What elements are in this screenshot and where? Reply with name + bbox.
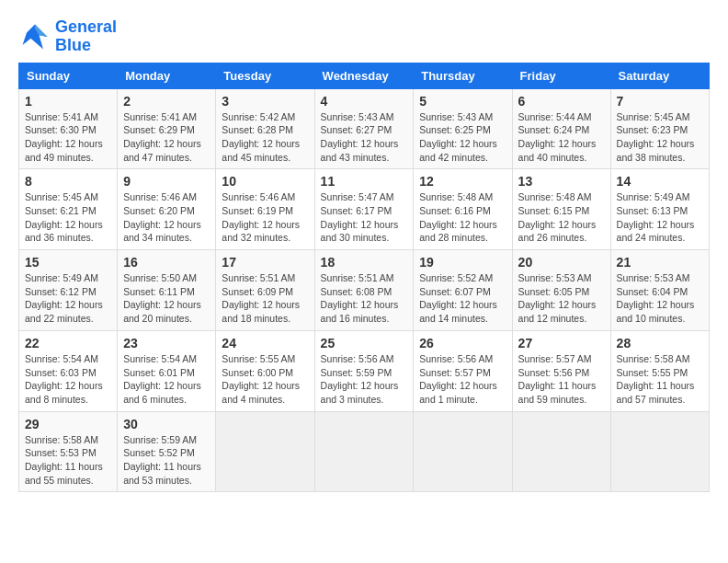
- daylight-text: Daylight: 12 hours and 18 minutes.: [222, 299, 300, 324]
- sunrise-text: Sunrise: 5:52 AM: [419, 272, 493, 283]
- daylight-text: Daylight: 12 hours and 1 minute.: [419, 380, 497, 405]
- day-info: Sunrise: 5:46 AM Sunset: 6:20 PM Dayligh…: [123, 190, 210, 245]
- daylight-text: Daylight: 12 hours and 26 minutes.: [518, 219, 597, 244]
- calendar-header-tuesday: Tuesday: [216, 63, 314, 88]
- calendar-cell: 16 Sunrise: 5:50 AM Sunset: 6:11 PM Dayl…: [118, 250, 216, 331]
- day-number: 21: [617, 255, 703, 270]
- sunset-text: Sunset: 6:19 PM: [222, 205, 293, 216]
- calendar-cell: 23 Sunrise: 5:54 AM Sunset: 6:01 PM Dayl…: [118, 330, 216, 411]
- calendar-cell: 3 Sunrise: 5:42 AM Sunset: 6:28 PM Dayli…: [216, 88, 314, 169]
- day-number: 4: [321, 94, 408, 109]
- calendar-cell: 24 Sunrise: 5:55 AM Sunset: 6:00 PM Dayl…: [216, 330, 314, 411]
- day-number: 3: [222, 94, 308, 109]
- day-info: Sunrise: 5:55 AM Sunset: 6:00 PM Dayligh…: [222, 352, 308, 407]
- sunset-text: Sunset: 6:13 PM: [617, 205, 688, 216]
- day-number: 27: [518, 336, 605, 350]
- calendar-cell: 10 Sunrise: 5:46 AM Sunset: 6:19 PM Dayl…: [216, 169, 314, 250]
- day-number: 25: [321, 336, 408, 350]
- calendar-header-row: SundayMondayTuesdayWednesdayThursdayFrid…: [19, 63, 710, 88]
- calendar-cell: 13 Sunrise: 5:48 AM Sunset: 6:15 PM Dayl…: [512, 169, 610, 250]
- calendar-cell: [216, 411, 314, 492]
- calendar-week-row: 15 Sunrise: 5:49 AM Sunset: 6:12 PM Dayl…: [19, 250, 710, 331]
- day-number: 23: [123, 336, 210, 350]
- calendar-cell: 1 Sunrise: 5:41 AM Sunset: 6:30 PM Dayli…: [19, 88, 118, 169]
- day-number: 16: [123, 255, 210, 270]
- sunrise-text: Sunrise: 5:54 AM: [123, 353, 197, 364]
- calendar-cell: 4 Sunrise: 5:43 AM Sunset: 6:27 PM Dayli…: [314, 88, 414, 169]
- day-info: Sunrise: 5:48 AM Sunset: 6:15 PM Dayligh…: [518, 190, 605, 245]
- day-number: 2: [123, 94, 210, 109]
- daylight-text: Daylight: 11 hours and 53 minutes.: [123, 461, 201, 486]
- calendar-header-saturday: Saturday: [610, 63, 709, 88]
- page-header: General Blue: [18, 18, 710, 55]
- daylight-text: Daylight: 12 hours and 8 minutes.: [25, 380, 103, 405]
- sunrise-text: Sunrise: 5:42 AM: [222, 111, 295, 122]
- sunrise-text: Sunrise: 5:55 AM: [222, 353, 295, 364]
- day-info: Sunrise: 5:45 AM Sunset: 6:21 PM Dayligh…: [25, 190, 111, 245]
- day-number: 24: [222, 336, 308, 350]
- sunrise-text: Sunrise: 5:48 AM: [419, 191, 493, 202]
- daylight-text: Daylight: 11 hours and 55 minutes.: [25, 461, 103, 486]
- daylight-text: Daylight: 12 hours and 6 minutes.: [123, 380, 201, 405]
- day-number: 11: [321, 174, 408, 189]
- day-number: 7: [617, 94, 703, 109]
- calendar-header-wednesday: Wednesday: [314, 63, 414, 88]
- day-info: Sunrise: 5:50 AM Sunset: 6:11 PM Dayligh…: [123, 271, 210, 326]
- day-info: Sunrise: 5:59 AM Sunset: 5:52 PM Dayligh…: [123, 433, 210, 488]
- sunrise-text: Sunrise: 5:49 AM: [617, 191, 690, 202]
- day-info: Sunrise: 5:53 AM Sunset: 6:05 PM Dayligh…: [518, 271, 605, 326]
- sunset-text: Sunset: 5:56 PM: [518, 367, 590, 378]
- sunset-text: Sunset: 6:12 PM: [25, 286, 97, 297]
- day-info: Sunrise: 5:47 AM Sunset: 6:17 PM Dayligh…: [321, 190, 408, 245]
- sunset-text: Sunset: 6:21 PM: [25, 205, 97, 216]
- sunset-text: Sunset: 5:53 PM: [25, 447, 97, 458]
- sunrise-text: Sunrise: 5:53 AM: [518, 272, 592, 283]
- calendar-cell: 27 Sunrise: 5:57 AM Sunset: 5:56 PM Dayl…: [512, 330, 610, 411]
- sunrise-text: Sunrise: 5:58 AM: [617, 353, 690, 364]
- sunset-text: Sunset: 6:04 PM: [617, 286, 688, 297]
- sunset-text: Sunset: 6:20 PM: [123, 205, 195, 216]
- calendar-week-row: 22 Sunrise: 5:54 AM Sunset: 6:03 PM Dayl…: [19, 330, 710, 411]
- calendar-cell: 9 Sunrise: 5:46 AM Sunset: 6:20 PM Dayli…: [118, 169, 216, 250]
- day-info: Sunrise: 5:56 AM Sunset: 5:57 PM Dayligh…: [419, 352, 506, 407]
- day-number: 15: [25, 255, 111, 270]
- day-number: 8: [25, 174, 111, 189]
- day-info: Sunrise: 5:58 AM Sunset: 5:53 PM Dayligh…: [25, 433, 111, 488]
- day-info: Sunrise: 5:44 AM Sunset: 6:24 PM Dayligh…: [518, 110, 605, 165]
- day-info: Sunrise: 5:41 AM Sunset: 6:29 PM Dayligh…: [123, 110, 210, 165]
- sunset-text: Sunset: 6:08 PM: [321, 286, 392, 297]
- day-number: 5: [419, 94, 506, 109]
- daylight-text: Daylight: 12 hours and 12 minutes.: [518, 299, 597, 324]
- daylight-text: Daylight: 12 hours and 38 minutes.: [617, 138, 695, 163]
- day-number: 30: [123, 417, 210, 431]
- sunrise-text: Sunrise: 5:41 AM: [25, 111, 98, 122]
- day-info: Sunrise: 5:49 AM Sunset: 6:12 PM Dayligh…: [25, 271, 111, 326]
- sunrise-text: Sunrise: 5:44 AM: [518, 111, 592, 122]
- daylight-text: Daylight: 12 hours and 32 minutes.: [222, 219, 300, 244]
- sunrise-text: Sunrise: 5:41 AM: [123, 111, 197, 122]
- daylight-text: Daylight: 12 hours and 30 minutes.: [321, 219, 399, 244]
- sunset-text: Sunset: 6:29 PM: [123, 124, 195, 135]
- day-number: 29: [25, 417, 111, 431]
- daylight-text: Daylight: 12 hours and 16 minutes.: [321, 299, 399, 324]
- daylight-text: Daylight: 12 hours and 24 minutes.: [617, 219, 695, 244]
- day-info: Sunrise: 5:51 AM Sunset: 6:08 PM Dayligh…: [321, 271, 408, 326]
- sunrise-text: Sunrise: 5:53 AM: [617, 272, 690, 283]
- calendar-cell: 21 Sunrise: 5:53 AM Sunset: 6:04 PM Dayl…: [610, 250, 709, 331]
- calendar-header-friday: Friday: [512, 63, 610, 88]
- sunrise-text: Sunrise: 5:51 AM: [222, 272, 295, 283]
- calendar-cell: [314, 411, 414, 492]
- daylight-text: Daylight: 12 hours and 45 minutes.: [222, 138, 300, 163]
- sunrise-text: Sunrise: 5:54 AM: [25, 353, 98, 364]
- sunset-text: Sunset: 5:55 PM: [617, 367, 688, 378]
- calendar-cell: 14 Sunrise: 5:49 AM Sunset: 6:13 PM Dayl…: [610, 169, 709, 250]
- daylight-text: Daylight: 12 hours and 47 minutes.: [123, 138, 201, 163]
- day-number: 9: [123, 174, 210, 189]
- day-number: 6: [518, 94, 605, 109]
- daylight-text: Daylight: 12 hours and 3 minutes.: [321, 380, 399, 405]
- daylight-text: Daylight: 12 hours and 43 minutes.: [321, 138, 399, 163]
- calendar-cell: 18 Sunrise: 5:51 AM Sunset: 6:08 PM Dayl…: [314, 250, 414, 331]
- day-number: 19: [419, 255, 506, 270]
- daylight-text: Daylight: 12 hours and 40 minutes.: [518, 138, 597, 163]
- calendar-cell: 15 Sunrise: 5:49 AM Sunset: 6:12 PM Dayl…: [19, 250, 118, 331]
